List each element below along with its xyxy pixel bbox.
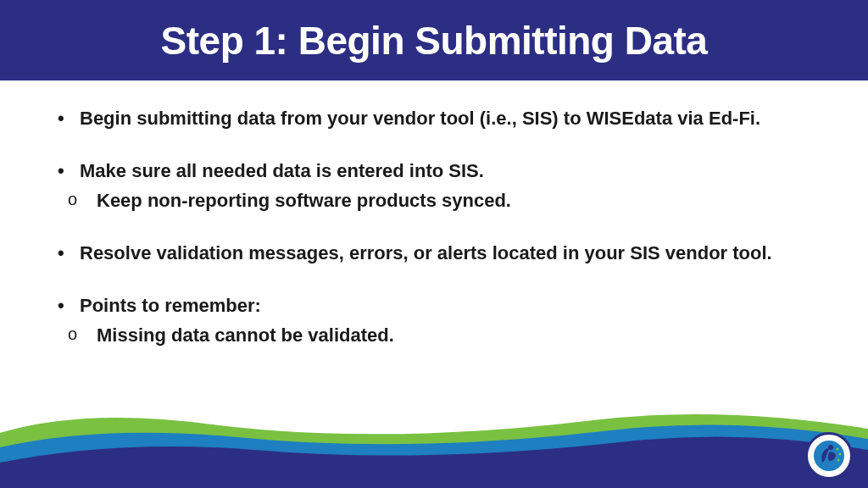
organization-logo-icon <box>805 432 853 480</box>
bullet-marker: • <box>51 293 80 319</box>
bullet-item: • Points to remember: <box>51 293 817 319</box>
sub-bullet-item: o Keep non-reporting software products s… <box>51 188 817 214</box>
footer-wave-decoration <box>0 386 868 488</box>
bullet-marker: • <box>51 106 80 131</box>
svg-point-4 <box>837 459 840 462</box>
svg-point-2 <box>837 448 839 451</box>
bullet-text: Begin submitting data from your vendor t… <box>80 106 817 131</box>
slide-title: Step 1: Begin Submitting Data <box>161 18 708 64</box>
bullet-marker: • <box>51 241 80 266</box>
bullet-item: • Resolve validation messages, errors, o… <box>51 241 817 266</box>
slide-header: Step 1: Begin Submitting Data <box>0 0 868 80</box>
bullet-text: Resolve validation messages, errors, or … <box>80 241 817 266</box>
sub-bullet-marker: o <box>68 323 97 348</box>
bullet-item: • Make sure all needed data is entered i… <box>51 158 817 184</box>
sub-bullet-text: Keep non-reporting software products syn… <box>97 188 817 214</box>
svg-point-1 <box>828 445 833 450</box>
sub-bullet-text: Missing data cannot be validated. <box>97 323 817 348</box>
bullet-text: Points to remember: <box>80 293 817 319</box>
sub-bullet-item: o Missing data cannot be validated. <box>51 323 817 348</box>
slide-content: • Begin submitting data from your vendor… <box>0 80 868 348</box>
sub-bullet-marker: o <box>68 188 97 214</box>
bullet-marker: • <box>51 158 80 184</box>
bullet-item: • Begin submitting data from your vendor… <box>51 106 817 131</box>
svg-point-3 <box>839 453 842 456</box>
bullet-text: Make sure all needed data is entered int… <box>80 158 817 184</box>
